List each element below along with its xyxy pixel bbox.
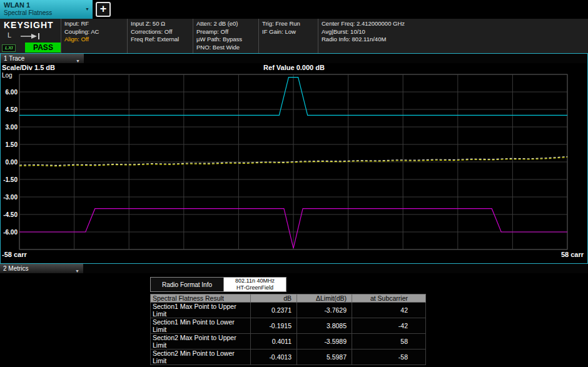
result-name: Section1 Max Point to Upper Limit — [151, 303, 251, 318]
result-value: 0.2371 — [251, 303, 297, 318]
y-tick-label: 4.50 — [6, 106, 18, 113]
header-info-line: Coupling: AC — [64, 28, 127, 36]
trace-window-bar: 1 Trace ▼ — [1, 54, 587, 63]
y-tick-label: 3.00 — [6, 124, 18, 131]
log-scale-label: Log — [2, 72, 13, 79]
header-info-column-3: Atten: 2 dB (e0)Preamp: OffµW Path: Bypa… — [193, 19, 258, 53]
header-info-line: Align: Off — [64, 36, 127, 44]
header-info-column-4: Trig: Free RunIF Gain: Low — [258, 19, 318, 53]
result-value: 58 — [352, 334, 426, 349]
flatness-col-header: ΔLimit(dB) — [297, 294, 352, 303]
lxi-badge: LXI — [2, 44, 16, 52]
tab-dropdown-caret-icon[interactable]: ▼ — [85, 7, 89, 11]
header-info-line: Radio Info: 802.11n/40M — [322, 36, 518, 44]
result-value: -0.1915 — [251, 318, 297, 334]
y-tick-label: 1.50 — [6, 141, 18, 148]
metrics-window: Radio Format Info 802.11n 40MHzHT-GreenF… — [0, 273, 588, 367]
result-value: 3.8085 — [297, 318, 352, 334]
flatness-result-row: Section1 Max Point to Upper Limit0.2371-… — [151, 303, 426, 318]
header-info-column-2: Input Z: 50 ΩCorrections: OffFreq Ref: E… — [127, 19, 193, 53]
input-path-label: L — [8, 31, 11, 39]
y-tick-label: 6.00 — [6, 89, 18, 96]
pass-status-badge: PASS — [25, 43, 61, 53]
x-axis-left-label: -58 carr — [2, 251, 27, 258]
result-value: 0.4011 — [251, 334, 297, 349]
keysight-logo: KEYSIGHT — [4, 20, 54, 30]
flatness-table: Spectral Flatness ResultdBΔLimit(dB)at S… — [150, 294, 426, 365]
y-tick-label: -4.50 — [3, 211, 18, 218]
radio-format-value-line: HT-GreenField — [224, 284, 286, 291]
result-value: 42 — [352, 303, 426, 318]
trace-window[interactable]: 1 Trace ▼ 6.004.503.001.500.00-1.50-3.00… — [0, 53, 588, 264]
header-info-line: PNO: Best Wide — [196, 44, 258, 52]
header-info-column-1: Input: RFCoupling: ACAlign: Off — [61, 19, 127, 53]
metrics-dropdown[interactable]: 2 Metrics ▼ — [0, 264, 83, 273]
header-info-line: Corrections: Off — [131, 28, 193, 36]
flatness-result-row: Section2 Min Point to Lower Limit-0.4013… — [151, 349, 426, 365]
result-value: -3.7629 — [297, 303, 352, 318]
result-value: -3.5989 — [297, 334, 352, 349]
tab-measurement-name: Spectral Flatness — [4, 9, 93, 17]
header-info-line: IF Gain: Low — [262, 28, 318, 36]
header-info-line: Freq Ref: External — [131, 36, 193, 44]
flatness-col-header: dB — [251, 294, 297, 303]
flatness-col-header: at Subcarrier — [352, 294, 426, 303]
metrics-dropdown-label: 2 Metrics — [3, 265, 29, 272]
trace-dropdown-label: 1 Trace — [4, 55, 24, 62]
result-value: 5.5987 — [297, 349, 352, 365]
header-info-line: Input: RF — [64, 20, 127, 28]
result-name: Section2 Max Point to Upper Limit — [151, 334, 251, 349]
header-info-line: Center Freq: 2.412000000 GHz — [322, 20, 518, 28]
y-tick-label: -1.50 — [3, 176, 18, 183]
header-info-line: µW Path: Bypass — [196, 36, 258, 44]
input-path-icon — [20, 33, 43, 40]
spectral-flatness-plot[interactable]: 6.004.503.001.500.00-1.50-3.00-4.50-6.00 — [1, 63, 587, 263]
tab-strip: WLAN 1 Spectral Flatness ▼ + — [0, 0, 588, 19]
result-name: Section2 Min Point to Lower Limit — [151, 349, 251, 365]
flatness-result-row: Section2 Max Point to Upper Limit0.4011-… — [151, 334, 426, 349]
radio-format-info-label: Radio Format Info — [150, 277, 224, 292]
header-info-line: Avg|Burst: 10/10 — [322, 28, 518, 36]
header-info-line: Preamp: Off — [196, 28, 258, 36]
graticule — [19, 74, 567, 249]
result-value: -58 — [352, 349, 426, 365]
ref-value-label: Ref Value 0.000 dB — [1, 64, 587, 71]
header-info-line: Atten: 2 dB (e0) — [196, 20, 258, 28]
header-info-line: Input Z: 50 Ω — [131, 20, 193, 28]
header-info-column-5: Center Freq: 2.412000000 GHzAvg|Burst: 1… — [318, 19, 518, 53]
result-value: -0.4013 — [251, 349, 297, 365]
y-tick-label: -6.00 — [3, 229, 18, 236]
metrics-window-bar: 2 Metrics ▼ — [0, 264, 588, 273]
instrument-header: KEYSIGHT L LXI PASS Input: RFCoupling: A… — [0, 19, 588, 53]
y-tick-label: -3.00 — [3, 194, 18, 201]
result-value: -42 — [352, 318, 426, 334]
trace-dropdown[interactable]: 1 Trace ▼ — [1, 54, 84, 63]
y-tick-label: 0.00 — [6, 159, 18, 166]
radio-format-value-line: 802.11n 40MHz — [224, 278, 286, 284]
header-info-columns: Input: RFCoupling: ACAlign: OffInput Z: … — [61, 19, 518, 53]
tab-measurement-number: WLAN 1 — [4, 1, 93, 9]
spectral-flatness-graph: 6.004.503.001.500.00-1.50-3.00-4.50-6.00… — [1, 63, 587, 263]
tab-wlan1-spectral-flatness[interactable]: WLAN 1 Spectral Flatness ▼ — [0, 0, 93, 19]
result-name: Section1 Min Point to Lower Limit — [151, 318, 251, 334]
flatness-result-row: Section1 Min Point to Lower Limit-0.1915… — [151, 318, 426, 334]
add-measurement-button[interactable]: + — [96, 2, 111, 17]
x-axis-right-label: 58 carr — [561, 251, 584, 258]
header-info-line: Trig: Free Run — [262, 20, 318, 28]
flatness-col-header: Spectral Flatness Result — [151, 294, 251, 303]
radio-format-info-value: 802.11n 40MHzHT-GreenField — [224, 277, 286, 292]
